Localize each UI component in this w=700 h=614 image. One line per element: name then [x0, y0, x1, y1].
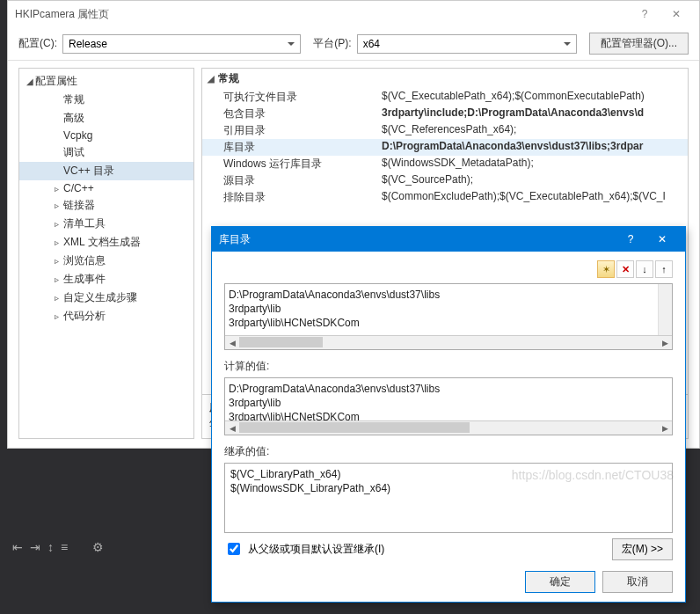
- property-row[interactable]: 包含目录3rdparty\include;D:\ProgramData\Anac…: [202, 106, 688, 122]
- entries-listbox[interactable]: D:\ProgramData\Anaconda3\envs\dust37\lib…: [224, 283, 673, 350]
- ide-toolbar-icons: ⇤ ⇥ ↕ ≡ ⚙: [12, 540, 104, 554]
- ide-icon[interactable]: ⚙: [92, 540, 104, 554]
- inherit-checkbox[interactable]: [228, 543, 240, 555]
- tree-root[interactable]: ◢配置属性: [19, 72, 193, 91]
- new-line-icon[interactable]: ✶: [597, 260, 615, 278]
- tree-item[interactable]: 高级: [19, 109, 193, 128]
- list-item: 3rdparty\lib\HCNetSDKCom: [229, 410, 668, 420]
- computed-scrollbar[interactable]: ◀▶: [225, 420, 672, 435]
- computed-label: 计算的值:: [224, 359, 673, 374]
- window-title: HKIPcamera 属性页: [15, 7, 109, 22]
- list-item[interactable]: 3rdparty\lib: [229, 302, 668, 316]
- config-label: 配置(C):: [18, 36, 57, 51]
- move-up-icon[interactable]: ↑: [655, 260, 673, 278]
- ide-icon[interactable]: ⇤: [12, 540, 23, 554]
- titlebar: HKIPcamera 属性页 ? ✕: [8, 1, 699, 27]
- config-manager-button[interactable]: 配置管理器(O)...: [589, 33, 689, 55]
- delete-icon[interactable]: ✕: [616, 260, 634, 278]
- tree-item[interactable]: Vcpkg: [19, 128, 193, 143]
- property-row[interactable]: 引用目录$(VC_ReferencesPath_x64);: [202, 122, 688, 139]
- horizontal-scrollbar[interactable]: ◀▶: [225, 335, 672, 349]
- vertical-scrollbar[interactable]: [658, 284, 672, 335]
- dialog-titlebar: 库目录 ? ✕: [212, 227, 685, 252]
- list-item[interactable]: 3rdparty\lib\HCNetSDKCom: [229, 316, 668, 330]
- tree-item[interactable]: ▹浏览信息: [19, 252, 193, 270]
- dialog-help-button[interactable]: ?: [615, 228, 646, 251]
- list-item: 3rdparty\lib: [229, 396, 668, 410]
- computed-listbox: D:\ProgramData\Anaconda3\envs\dust37\lib…: [224, 377, 673, 435]
- dialog-close-button[interactable]: ✕: [646, 228, 678, 251]
- tree-item[interactable]: 常规: [19, 91, 193, 109]
- property-row[interactable]: 库目录D:\ProgramData\Anaconda3\envs\dust37\…: [202, 139, 688, 156]
- property-row[interactable]: Windows 运行库目录$(WindowsSDK_MetadataPath);: [202, 156, 688, 172]
- ide-icon[interactable]: ≡: [61, 540, 68, 554]
- ok-button[interactable]: 确定: [525, 571, 595, 593]
- ide-icon[interactable]: ⇥: [30, 540, 40, 554]
- tree-item[interactable]: ▹XML 文档生成器: [19, 233, 193, 252]
- config-bar: 配置(C): Release 平台(P): x64 配置管理器(O)...: [8, 27, 699, 61]
- help-button[interactable]: ?: [629, 2, 660, 26]
- dialog-title: 库目录: [219, 232, 251, 247]
- move-down-icon[interactable]: ↓: [636, 260, 653, 278]
- tree-item[interactable]: ▹代码分析: [19, 307, 193, 325]
- list-item[interactable]: D:\ProgramData\Anaconda3\envs\dust37\lib…: [229, 288, 668, 302]
- inherited-label: 继承的值:: [224, 444, 673, 459]
- list-item: $(WindowsSDK_LibraryPath_x64): [230, 481, 667, 495]
- inherit-checkbox-label: 从父级或项目默认设置继承(I): [248, 542, 384, 557]
- list-toolbar: ✶ ✕ ↓ ↑: [224, 260, 673, 278]
- tree-item[interactable]: ▹链接器: [19, 196, 193, 215]
- property-row[interactable]: 源目录$(VC_SourcePath);: [202, 172, 688, 189]
- library-directories-dialog: 库目录 ? ✕ ✶ ✕ ↓ ↑ D:\ProgramData\Anaconda3…: [211, 226, 686, 603]
- macro-button[interactable]: 宏(M) >>: [612, 538, 673, 560]
- tree-item[interactable]: ▹清单工具: [19, 215, 193, 233]
- config-tree[interactable]: ◢配置属性 常规高级Vcpkg调试VC++ 目录▹C/C++▹链接器▹清单工具▹…: [18, 68, 194, 439]
- inherited-listbox: $(VC_LibraryPath_x64)$(WindowsSDK_Librar…: [224, 463, 673, 533]
- ide-icon[interactable]: ↕: [47, 540, 54, 554]
- platform-label: 平台(P):: [313, 36, 351, 51]
- cancel-button[interactable]: 取消: [602, 571, 673, 593]
- tree-item[interactable]: ▹生成事件: [19, 270, 193, 289]
- tree-item[interactable]: 调试: [19, 143, 193, 162]
- list-item: D:\ProgramData\Anaconda3\envs\dust37\lib…: [229, 382, 668, 396]
- close-button[interactable]: ✕: [660, 2, 692, 26]
- property-row[interactable]: 可执行文件目录$(VC_ExecutablePath_x64);$(Common…: [202, 89, 688, 106]
- tree-item[interactable]: ▹C/C++: [19, 180, 193, 196]
- property-row[interactable]: 排除目录$(CommonExcludePath);$(VC_Executable…: [202, 189, 688, 206]
- tree-item[interactable]: ▹自定义生成步骤: [19, 289, 193, 307]
- config-combo[interactable]: Release: [62, 34, 301, 54]
- list-item: $(VC_LibraryPath_x64): [230, 467, 667, 481]
- platform-combo[interactable]: x64: [357, 34, 577, 54]
- tree-item[interactable]: VC++ 目录: [19, 162, 193, 180]
- category-row[interactable]: ◢常规: [202, 69, 688, 89]
